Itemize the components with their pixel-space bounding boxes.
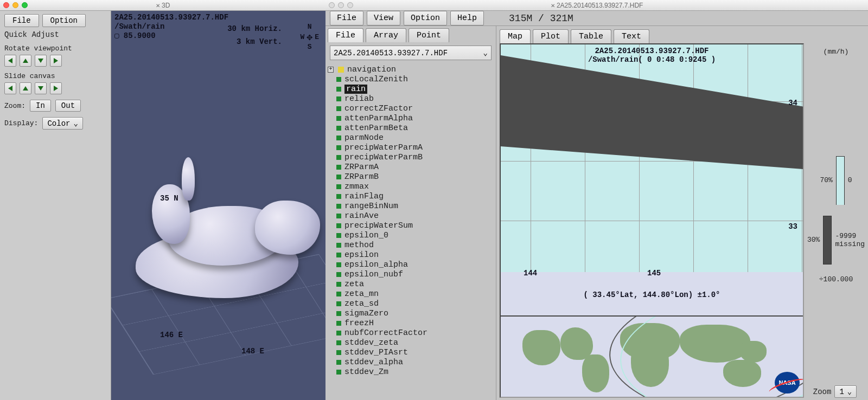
tab-file-tree[interactable]: File [328,28,363,42]
dataset-icon [336,292,341,296]
zoom-select[interactable]: 1 ⌄ [834,385,857,398]
tree-item[interactable]: nubfCorrectFactor [336,328,494,338]
legend-missing-text: missing [835,240,865,248]
canvas-3d[interactable]: 2A25.20140513.93927.7.HDF /Swath/rain ▢ … [111,11,326,400]
tree-item[interactable]: epsilon_alpha [336,260,494,269]
tree-item[interactable]: stddev_alpha [336,357,494,367]
tree-item[interactable]: precipWaterParmA [336,143,494,152]
tab-map[interactable]: Map [500,29,531,43]
titlebar-hdf[interactable]: ✕ 2A25.20140513.93927.7.HDF [326,0,868,11]
legend-30pct: 30% [807,236,820,244]
zoom-label: Zoom: [4,102,25,110]
tree-item[interactable]: rain [336,84,494,94]
slide-left-button[interactable] [4,82,16,94]
map-header: 2A25.20140513.93927.7.HDF /Swath/rain( 0… [588,47,716,64]
arrow-right-icon [54,86,58,91]
rotate-up-button[interactable] [20,55,31,67]
zoom-icon[interactable] [347,2,353,8]
legend-color-0 [836,156,845,205]
tree-item[interactable]: rainFlag [336,191,494,201]
legend-70pct: 70% [820,176,832,184]
dataset-icon [336,87,341,92]
tree-item[interactable]: stddev_zeta [336,338,494,347]
tree-item[interactable]: epsilon_nubf [336,269,494,279]
minimize-icon[interactable] [338,2,344,8]
folder-icon [338,67,344,73]
tree-item[interactable]: zmmax [336,182,494,191]
tree-item[interactable]: scLocalZenith [336,74,494,84]
tree-item[interactable]: ZRParmB [336,172,494,182]
tree-item[interactable]: attenParmAlpha [336,113,494,123]
arrow-up-icon [23,59,28,63]
display-select[interactable]: Color ⌄ [42,117,82,130]
menu-help[interactable]: Help [450,11,484,25]
tree-item[interactable]: attenParmBeta [336,123,494,133]
compass-icon: N W ✥ E S [301,23,319,51]
world-map[interactable]: NASA [501,315,803,397]
menu-option[interactable]: Option [404,11,447,25]
legend-color-missing [823,216,832,264]
tree-item[interactable]: zeta_mn [336,289,494,299]
file-dropdown[interactable]: 2A25.20140513.93927.7.HDF ⌄ [330,46,492,60]
menu-file[interactable]: File [330,11,363,25]
dataset-icon [336,126,341,131]
quick-adjust-label: Quick Adjust [4,30,106,39]
slide-right-button[interactable] [50,82,62,94]
close-icon[interactable] [3,2,9,8]
menu-view[interactable]: View [367,11,400,25]
titlebar-3d[interactable]: ✕ 3D [0,0,326,11]
tree-item-navigation[interactable]: +navigation [336,64,494,74]
tree-item[interactable]: epsilon [336,250,494,260]
dataset-icon [336,184,341,189]
minimize-icon[interactable] [12,2,18,8]
rotate-down-button[interactable] [35,55,47,67]
tab-text[interactable]: Text [614,29,649,43]
option-menu[interactable]: Option [42,14,86,27]
arrow-right-icon [54,58,58,63]
tree-item[interactable]: rangeBinNum [336,201,494,211]
tree-item[interactable]: zeta [336,279,494,289]
zoom-label: Zoom [813,388,832,396]
rotate-right-button[interactable] [50,55,62,67]
tree-item[interactable]: stddev_Zm [336,367,494,377]
menubar: File View Option Help 315M / 321M [326,11,868,26]
tree-item[interactable]: zeta_sd [336,299,494,308]
map-area[interactable]: 2A25.20140513.93927.7.HDF /Swath/rain( 0… [501,44,803,315]
display-label: Display: [4,119,38,127]
file-menu[interactable]: File [4,14,39,27]
zoom-out-button[interactable]: Out [55,100,81,112]
tree-item[interactable]: freezH [336,318,494,328]
zoom-icon[interactable] [22,2,28,8]
display-value: Color [47,119,70,128]
tab-plot[interactable]: Plot [533,29,569,43]
dataset-icon [336,204,341,209]
slide-up-button[interactable] [20,82,31,94]
dataset-icon [336,331,341,336]
tree-item[interactable]: ZRParmA [336,162,494,172]
tab-array-tree[interactable]: Array [366,28,406,42]
tree-item[interactable]: precipWaterParmB [336,152,494,162]
expand-icon[interactable]: + [328,67,334,73]
tree-item[interactable]: sigmaZero [336,308,494,318]
dataset-icon [336,262,341,267]
tab-table[interactable]: Table [571,29,611,43]
tree-item[interactable]: stddev_PIAsrt [336,347,494,357]
tab-point-tree[interactable]: Point [409,28,449,42]
dataset-icon [336,311,341,316]
tree-item[interactable]: reliab [336,94,494,104]
tree-item[interactable]: correctZFactor [336,104,494,113]
close-icon[interactable] [329,2,335,8]
dataset-tree[interactable]: +navigationscLocalZenithrainreliabcorrec… [326,63,496,400]
legend-missing-val: -9999 [835,232,865,240]
coord-146e: 146 E [160,331,183,339]
tree-item[interactable]: precipWaterSum [336,221,494,230]
slide-down-button[interactable] [35,82,47,94]
zoom-in-button[interactable]: In [30,100,51,112]
rotate-left-button[interactable] [4,55,16,67]
slide-label: Slide canvas [4,72,106,80]
file-dropdown-value: 2A25.20140513.93927.7.HDF [334,49,448,57]
tree-item[interactable]: epsilon_0 [336,230,494,240]
tree-item[interactable]: rainAve [336,211,494,221]
tree-item[interactable]: parmNode [336,133,494,143]
tree-item[interactable]: method [336,240,494,250]
